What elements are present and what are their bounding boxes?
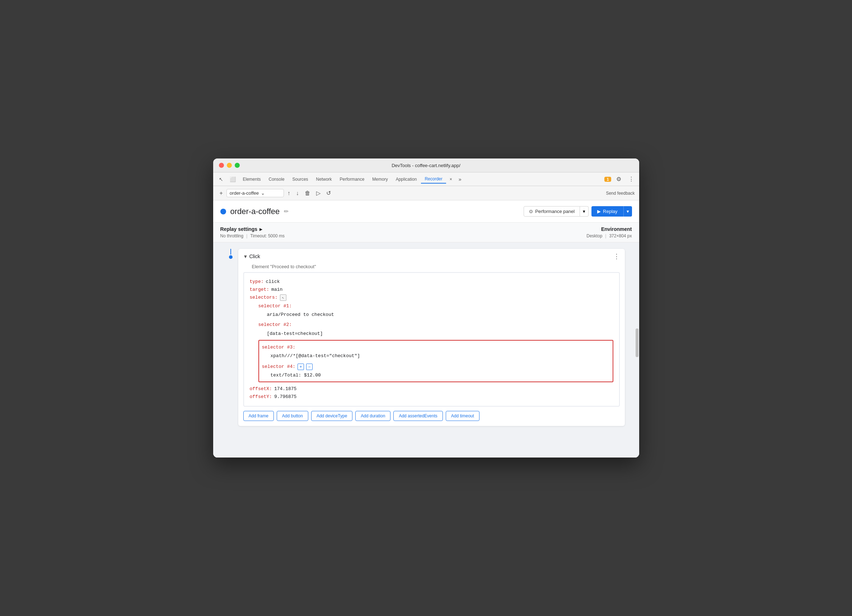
scroll-track [635, 242, 639, 458]
selector1-line: selector #1: [258, 301, 613, 311]
add-button-button[interactable]: Add button [277, 411, 308, 421]
window-title: DevTools - coffee-cart.netlify.app/ [391, 163, 461, 168]
selector2-line: selector #2: [258, 320, 613, 330]
recording-status-dot [221, 209, 226, 214]
tab-recorder-close-icon[interactable]: × [447, 175, 455, 183]
tab-more-button[interactable]: » [456, 175, 464, 184]
recorder-toolbar: + order-a-coffee ⌄ ↑ ↓ 🗑 ▷ ↺ Send feedba… [213, 186, 639, 200]
offsetX-line: offsetX: 174.1875 [250, 385, 613, 393]
replay-button[interactable]: ▶ Replay [591, 206, 623, 217]
settings-gear-button[interactable]: ⚙ [614, 174, 623, 184]
new-recording-button[interactable]: + [218, 188, 225, 198]
selectors-key: selectors: [250, 294, 278, 301]
size-label: 372×804 px [609, 233, 631, 238]
step-element-label: Element "Proceed to checkout" [247, 264, 625, 272]
step-action-buttons: Add frame Add button Add deviceType Add … [238, 411, 625, 426]
step-expand-button[interactable]: ▼ Click [243, 253, 260, 259]
devtools-window: DevTools - coffee-cart.netlify.app/ ↖ ⬜ … [213, 158, 639, 458]
performance-panel-group: ⊙ Performance panel ▾ [524, 206, 589, 217]
more-options-button[interactable]: ⋮ [626, 174, 636, 184]
tab-application[interactable]: Application [392, 175, 421, 183]
tab-memory[interactable]: Memory [369, 175, 391, 183]
selector2-key: selector #2: [258, 321, 292, 329]
scroll-thumb[interactable] [636, 328, 639, 357]
selector4-remove-button[interactable]: − [306, 364, 313, 370]
replay-chevron-button[interactable]: ▾ [623, 206, 632, 217]
target-key: target: [250, 286, 269, 294]
offsetY-key: offsetY: [250, 393, 272, 401]
device-toggle-button[interactable]: ⬜ [227, 175, 239, 184]
recording-title: order-a-coffee [230, 207, 280, 216]
title-bar: DevTools - coffee-cart.netlify.app/ [213, 158, 639, 172]
tab-console[interactable]: Console [265, 175, 288, 183]
tab-elements[interactable]: Elements [239, 175, 264, 183]
add-asserted-events-button[interactable]: Add assertedEvents [393, 411, 443, 421]
step-more-menu-button[interactable]: ⋮ [613, 252, 620, 260]
replay-label: Replay [603, 209, 617, 214]
selector1-key: selector #1: [258, 302, 292, 310]
selector3-key: selector #3: [262, 343, 296, 351]
step-card: ▼ Click ⋮ Element "Proceed to checkout" … [238, 249, 625, 426]
recording-selector[interactable]: order-a-coffee ⌄ [227, 189, 284, 197]
selector3-val: xpath///*[@data-test="checkout"] [262, 352, 610, 360]
settings-arrow-icon: ▶ [260, 227, 262, 231]
tab-bar: ↖ ⬜ Elements Console Sources Network Per… [213, 172, 639, 186]
play-button[interactable]: ▷ [314, 188, 323, 198]
code-type-line: type: click [250, 278, 613, 286]
performance-panel-button[interactable]: ⊙ Performance panel [524, 206, 580, 217]
export-button[interactable]: ↑ [286, 188, 293, 198]
selector-mode-icon[interactable]: ↖ [280, 294, 286, 301]
replay-settings-toggle[interactable]: Replay settings ▶ [221, 226, 587, 232]
step-indicator-dot [229, 255, 233, 259]
settings-separator: | [246, 233, 247, 238]
env-separator: | [605, 233, 606, 238]
import-button[interactable]: ↓ [294, 188, 301, 198]
settings-bar: Replay settings ▶ No throttling | Timeou… [213, 223, 639, 242]
environment-section: Environment Desktop | 372×804 px [586, 226, 631, 238]
environment-title: Environment [586, 226, 631, 232]
settings-title-text: Replay settings [221, 226, 257, 232]
selector1-val: aria/Proceed to checkout [258, 311, 613, 319]
device-label: Desktop [586, 233, 602, 238]
recording-actions: ⊙ Performance panel ▾ ▶ Replay ▾ [524, 206, 631, 217]
minimize-button[interactable] [227, 163, 232, 168]
replay-settings-section: Replay settings ▶ No throttling | Timeou… [221, 226, 587, 238]
tab-right-actions: 1 ⚙ ⋮ [604, 174, 636, 184]
step-type-label: Click [249, 253, 260, 259]
selector3-line: selector #3: [262, 343, 610, 352]
maximize-button[interactable] [235, 163, 240, 168]
offsetX-val: 174.1875 [274, 385, 296, 393]
steps-area: ▼ Click ⋮ Element "Proceed to checkout" … [213, 242, 639, 458]
add-timeout-button[interactable]: Add timeout [446, 411, 479, 421]
traffic-lights [219, 163, 240, 168]
selectors-block: selector #1: aria/Proceed to checkout se… [250, 301, 613, 382]
inspector-toggle-button[interactable]: ↖ [216, 175, 226, 184]
replay-play-icon: ▶ [597, 209, 601, 214]
throttling-label: No throttling [221, 233, 244, 238]
offsetY-line: offsetY: 9.796875 [250, 393, 613, 401]
close-button[interactable] [219, 163, 224, 168]
delete-button[interactable]: 🗑 [302, 188, 313, 198]
performance-panel-chevron-button[interactable]: ▾ [580, 206, 589, 217]
environment-info: Desktop | 372×804 px [586, 233, 631, 238]
selector4-key: selector #4: [262, 363, 296, 371]
add-duration-button[interactable]: Add duration [355, 411, 390, 421]
tab-performance[interactable]: Performance [336, 175, 368, 183]
selector4-add-button[interactable]: + [298, 364, 304, 370]
undo-button[interactable]: ↺ [324, 188, 333, 198]
send-feedback-button[interactable]: Send feedback [606, 191, 634, 196]
add-device-type-button[interactable]: Add deviceType [311, 411, 352, 421]
tab-recorder[interactable]: Recorder [421, 175, 446, 184]
timeout-label: Timeout: 5000 ms [250, 233, 285, 238]
tab-network[interactable]: Network [313, 175, 335, 183]
code-selectors-line: selectors: ↖ [250, 294, 613, 301]
tab-sources[interactable]: Sources [289, 175, 312, 183]
step-header: ▼ Click ⋮ [238, 249, 625, 264]
target-val: main [271, 286, 282, 294]
edit-title-button[interactable]: ✏ [282, 206, 290, 216]
offsetY-val: 9.796875 [274, 393, 296, 401]
notification-badge: 1 [604, 177, 611, 182]
add-frame-button[interactable]: Add frame [243, 411, 274, 421]
perf-panel-label: Performance panel [535, 209, 575, 214]
settings-info: No throttling | Timeout: 5000 ms [221, 233, 587, 238]
